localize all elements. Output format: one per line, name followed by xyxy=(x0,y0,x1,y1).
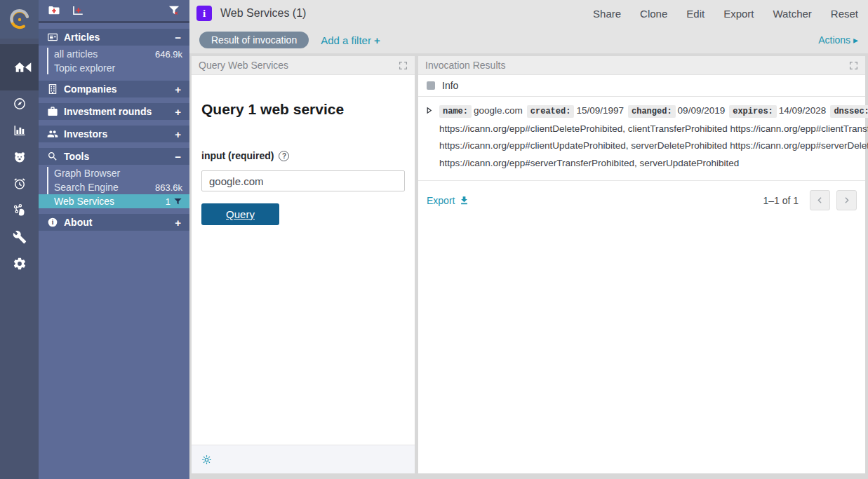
results-panel: Invocation Results Info name:google.comc… xyxy=(418,56,865,473)
sidebar-header-investors[interactable]: Investors+ xyxy=(39,126,189,142)
expand-icon[interactable] xyxy=(399,61,408,70)
query-input[interactable] xyxy=(201,170,405,191)
rail-item-graph[interactable] xyxy=(0,197,39,224)
field-value: 14/09/2028 xyxy=(779,105,827,116)
rail-items xyxy=(0,44,39,277)
results-panel-header: Invocation Results xyxy=(418,56,865,75)
menu-export[interactable]: Export xyxy=(723,8,754,20)
caret-right-icon: ▸ xyxy=(853,34,858,46)
app-logo[interactable] xyxy=(0,0,39,39)
sidebar-section-investment-rounds: Investment rounds+ xyxy=(39,103,189,120)
rail-item-compass[interactable] xyxy=(0,90,39,117)
pagination-label: 1–1 of 1 xyxy=(763,195,799,206)
bear-icon xyxy=(13,150,27,164)
query-form: Query 1 web service input (required) ? Q… xyxy=(192,101,415,225)
collapse-toggle[interactable]: + xyxy=(175,106,181,118)
rail-item-wrench[interactable] xyxy=(0,224,39,250)
sidebar-header-companies[interactable]: Companies+ xyxy=(39,81,189,97)
section-label: Investment rounds xyxy=(64,106,175,117)
menu-reset[interactable]: Reset xyxy=(831,8,858,20)
download-icon xyxy=(459,195,469,205)
app-window: Articles−all articles646.9kTopic explore… xyxy=(0,0,868,479)
collapse-toggle[interactable]: − xyxy=(175,32,181,43)
field-value: 09/09/2019 xyxy=(678,105,726,116)
result-row[interactable]: name:google.comcreated:15/09/1997changed… xyxy=(418,97,865,181)
item-label: all articles xyxy=(54,48,155,60)
sidebar-item-all-articles[interactable]: all articles646.9k xyxy=(39,47,189,61)
graph-hand-icon xyxy=(13,203,27,217)
sidebar-section-articles: Articles−all articles646.9kTopic explore… xyxy=(39,29,189,75)
info-circle-icon: i xyxy=(47,217,58,228)
settings-gear-icon[interactable] xyxy=(201,454,213,466)
next-page-button[interactable] xyxy=(836,190,857,210)
export-button[interactable]: Export xyxy=(427,195,469,206)
bar-chart-icon xyxy=(13,123,27,137)
expand-row-caret-icon[interactable] xyxy=(425,107,433,114)
top-header: i Web Services (1) ShareCloneEditExportW… xyxy=(189,0,868,27)
menu-watcher[interactable]: Watcher xyxy=(773,8,812,20)
sidebar-header-investment-rounds[interactable]: Investment rounds+ xyxy=(39,103,189,120)
rail-item-history[interactable] xyxy=(0,170,39,197)
sidebar-sections: Articles−all articles646.9kTopic explore… xyxy=(39,23,189,231)
actions-button[interactable]: Actions ▸ xyxy=(818,34,858,46)
section-label: Investors xyxy=(64,128,175,140)
results-panel-title: Invocation Results xyxy=(425,60,505,71)
field-key: expires: xyxy=(729,105,777,118)
rail-item-bear[interactable] xyxy=(0,144,39,170)
sidebar-item-search-engine[interactable]: Search Engine863.6k xyxy=(39,180,189,194)
sidebar-header-tools[interactable]: Tools− xyxy=(39,148,189,165)
sidebar-item-graph-browser[interactable]: Graph Browser xyxy=(39,166,189,180)
collapse-caret-icon[interactable] xyxy=(22,60,36,74)
previous-page-button[interactable] xyxy=(810,190,830,210)
field-key: created: xyxy=(527,105,575,118)
section-label: Articles xyxy=(64,32,175,43)
filter-bar: Result of invocation Add a filter + Acti… xyxy=(189,27,868,53)
item-label: Search Engine xyxy=(54,182,155,193)
result-fields: name:google.comcreated:15/09/1997changed… xyxy=(439,102,868,172)
brand-logo-icon xyxy=(7,7,32,32)
field-value: google.com xyxy=(474,105,523,116)
page-title: Web Services (1) xyxy=(220,7,306,20)
sidebar: Articles−all articles646.9kTopic explore… xyxy=(39,0,189,479)
item-count: 646.9k xyxy=(155,49,182,60)
collapse-toggle[interactable]: + xyxy=(175,217,181,229)
add-filter-button[interactable]: Add a filter + xyxy=(321,34,380,46)
item-count: 863.6k xyxy=(155,182,182,193)
query-panel-header: Query Web Services xyxy=(192,56,415,75)
collapse-toggle[interactable]: − xyxy=(175,151,181,163)
rail-item-bar-chart[interactable] xyxy=(0,117,39,144)
sidebar-item-topic-explorer[interactable]: Topic explorer xyxy=(39,61,189,75)
collapse-toggle[interactable]: + xyxy=(175,83,181,95)
sidebar-item-web-services[interactable]: Web Services1 xyxy=(39,194,189,208)
menu-share[interactable]: Share xyxy=(593,8,621,20)
menu-edit[interactable]: Edit xyxy=(686,8,705,20)
item-label: Web Services xyxy=(54,196,166,207)
clear-filters-icon[interactable] xyxy=(167,4,181,17)
query-heading: Query 1 web service xyxy=(201,101,405,118)
wrench-icon xyxy=(13,230,27,244)
menu-clone[interactable]: Clone xyxy=(640,8,667,20)
input-label: input (required) xyxy=(201,150,274,161)
column-swatch-icon xyxy=(427,81,435,90)
results-footer: Export 1–1 of 1 xyxy=(418,181,865,220)
field-value: 15/09/1997 xyxy=(576,105,624,116)
section-label: About xyxy=(64,217,175,228)
sidebar-header-about[interactable]: iAbout+ xyxy=(39,214,189,231)
results-column-header: Info xyxy=(418,75,865,97)
add-chart-icon[interactable] xyxy=(71,4,85,17)
expand-icon[interactable] xyxy=(849,61,858,70)
result-of-invocation-chip[interactable]: Result of invocation xyxy=(199,32,309,48)
collapse-toggle[interactable]: + xyxy=(175,128,181,140)
add-folder-icon[interactable] xyxy=(47,4,61,17)
help-icon[interactable]: ? xyxy=(279,151,289,161)
sidebar-section-companies: Companies+ xyxy=(39,81,189,97)
query-panel-footer xyxy=(192,445,415,473)
query-panel-title: Query Web Services xyxy=(199,60,288,71)
query-button[interactable]: Query xyxy=(201,203,279,225)
field-key: dnssec: xyxy=(830,105,868,118)
rail-item-gear[interactable] xyxy=(0,250,39,277)
sidebar-header-articles[interactable]: Articles− xyxy=(39,29,189,46)
sidebar-section-about: iAbout+ xyxy=(39,214,189,231)
rail-item-home[interactable] xyxy=(0,44,39,90)
section-label: Tools xyxy=(64,151,175,162)
